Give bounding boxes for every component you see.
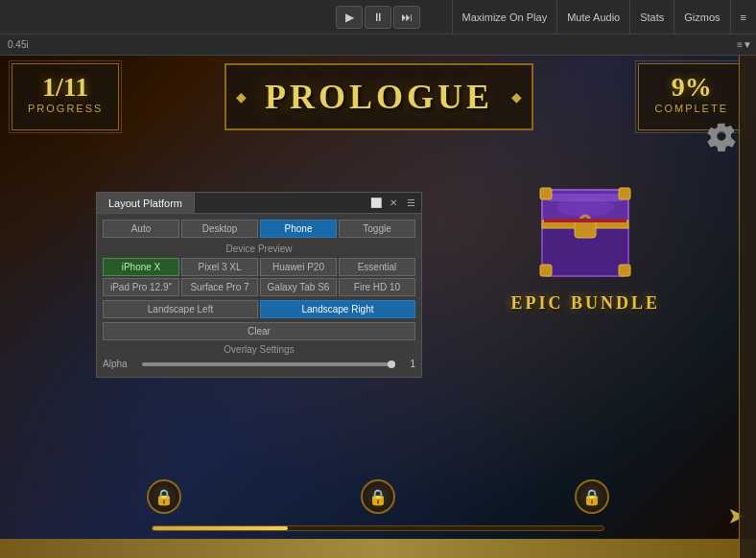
device-ipad-pro-button[interactable]: iPad Pro 12.9"	[103, 278, 179, 296]
device-essential-button[interactable]: Essential	[339, 258, 415, 276]
alpha-slider[interactable]	[142, 362, 395, 366]
pause-icon: ⏸	[372, 11, 384, 24]
svg-rect-7	[619, 265, 630, 276]
lock-row: 🔒 🔒 🔒	[0, 472, 756, 522]
second-bar-right: ≡▼	[737, 39, 756, 50]
pause-button[interactable]: ⏸	[365, 6, 391, 29]
device-surface-pro-button[interactable]: Surface Pro 7	[181, 278, 258, 296]
toolbar: ▶ ⏸ ⏭ Maximize On Play Mute Audio Stats …	[0, 0, 756, 35]
bottom-progress-fill	[153, 526, 288, 530]
play-button[interactable]: ▶	[336, 6, 363, 29]
svg-rect-10	[544, 219, 626, 222]
landscape-left-button[interactable]: Landscape Left	[103, 300, 258, 318]
hud-top: 1/11 PROGRESS PROLOGUE 9% COMPLETE	[0, 56, 756, 130]
svg-point-9	[556, 198, 614, 217]
second-bar-menu-icon: ≡▼	[737, 39, 752, 50]
hud-bottom: 🔒 🔒 🔒	[0, 472, 756, 558]
svg-rect-4	[540, 188, 552, 199]
alpha-slider-fill	[142, 362, 395, 366]
play-icon: ▶	[345, 11, 354, 24]
gear-icon-container[interactable]	[706, 121, 737, 155]
lock-icon-3[interactable]: 🔒	[575, 479, 609, 514]
lock-icon-1[interactable]: 🔒	[147, 479, 181, 514]
step-button[interactable]: ⏭	[393, 6, 420, 29]
alpha-value: 1	[401, 359, 415, 369]
complete-pct: 9%	[654, 72, 728, 103]
alpha-slider-thumb	[388, 360, 395, 368]
layout-platform-panel: Layout Platform ⬜ ✕ ☰ Auto Desktop Phone…	[96, 192, 422, 378]
stats-button[interactable]: Stats	[629, 0, 673, 34]
epic-chest-icon	[532, 171, 638, 286]
step-icon: ⏭	[401, 11, 413, 24]
maximize-on-play-button[interactable]: Maximize On Play	[452, 0, 557, 34]
progress-fraction: 1/11	[28, 72, 103, 103]
overlay-settings-label: Overlay Settings	[103, 344, 415, 355]
gizmos-button[interactable]: Gizmos	[673, 0, 729, 34]
device-pixel-3-button[interactable]: Pixel 3 XL	[181, 258, 258, 276]
alpha-row: Alpha 1	[103, 357, 415, 371]
bottom-progress-bar	[152, 525, 605, 531]
device-iphone-x-button[interactable]: iPhone X	[103, 258, 179, 276]
device-fire-hd-button[interactable]: Fire HD 10	[339, 278, 415, 296]
toolbar-menu-button[interactable]: ≡	[730, 0, 756, 34]
clear-button[interactable]: Clear	[103, 322, 415, 340]
stage-title: PROLOGUE	[265, 77, 493, 117]
device-huawei-p20-button[interactable]: Huawei P20	[260, 258, 337, 276]
chest-area: EPIC BUNDLE	[510, 171, 660, 314]
landscape-right-button[interactable]: Landscape Right	[260, 300, 415, 318]
landscape-row: Landscape Left Landscape Right	[103, 300, 415, 318]
mode-toggle-button[interactable]: Toggle	[339, 220, 415, 238]
lock-icon-2[interactable]: 🔒	[361, 479, 395, 514]
device-grid: iPhone X Pixel 3 XL Huawei P20 Essential…	[103, 258, 415, 296]
panel-titlebar: Layout Platform ⬜ ✕ ☰	[97, 193, 421, 214]
progress-label: PROGRESS	[28, 103, 103, 114]
mode-desktop-button[interactable]: Desktop	[181, 220, 258, 238]
playback-controls: ▶ ⏸ ⏭	[336, 6, 420, 29]
title-box: PROLOGUE	[224, 63, 533, 130]
mode-phone-button[interactable]: Phone	[260, 220, 337, 238]
mute-audio-button[interactable]: Mute Audio	[556, 0, 629, 34]
mode-row: Auto Desktop Phone Toggle	[103, 220, 415, 238]
panel-tab-layout[interactable]: Layout Platform	[97, 193, 195, 213]
device-preview-label: Device Preview	[103, 244, 415, 254]
svg-rect-8	[575, 221, 596, 238]
progress-box: 1/11 PROGRESS	[12, 63, 119, 130]
epic-bundle-label: EPIC BUNDLE	[510, 293, 660, 314]
panel-icon-row: ⬜ ✕ ☰	[369, 197, 421, 210]
toolbar-right: Maximize On Play Mute Audio Stats Gizmos…	[452, 0, 756, 34]
panel-close-icon[interactable]: ✕	[387, 197, 400, 210]
side-panel-indicator	[739, 56, 756, 558]
complete-label: COMPLETE	[654, 103, 728, 114]
bottom-gold-bar	[0, 539, 756, 558]
panel-expand-icon[interactable]: ⬜	[369, 197, 383, 210]
second-bar: 0.45i ≡▼	[0, 35, 756, 56]
settings-gear-icon	[706, 121, 737, 151]
mode-auto-button[interactable]: Auto	[103, 220, 179, 238]
panel-body: Auto Desktop Phone Toggle Device Preview…	[97, 214, 421, 377]
svg-rect-5	[619, 188, 630, 199]
alpha-label: Alpha	[103, 359, 136, 369]
time-display: 0.45i	[8, 39, 29, 50]
device-galaxy-tab-button[interactable]: Galaxy Tab S6	[260, 278, 337, 296]
svg-rect-6	[540, 265, 552, 276]
panel-menu-icon[interactable]: ☰	[404, 197, 417, 210]
